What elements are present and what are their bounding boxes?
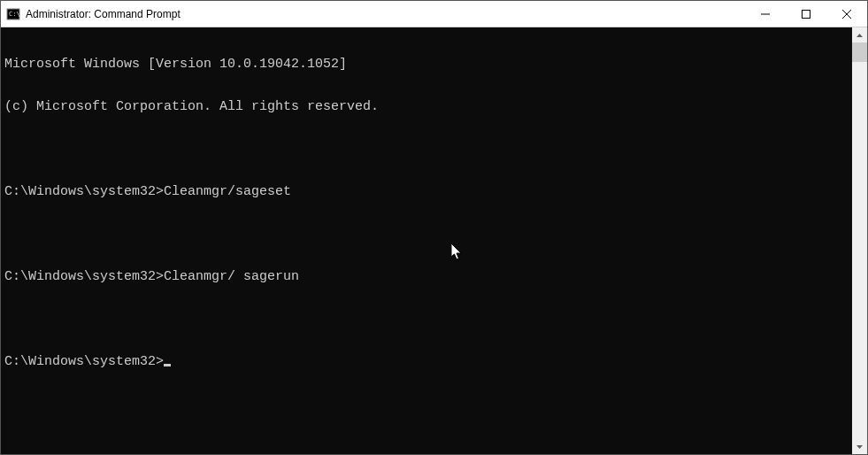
svg-marker-7 (856, 445, 863, 449)
command-line: C:\Windows\system32>Cleanmgr/ sagerun (4, 270, 849, 284)
text-cursor (164, 364, 171, 366)
client-area: Microsoft Windows [Version 10.0.19042.10… (1, 27, 867, 454)
output-line: (c) Microsoft Corporation. All rights re… (4, 100, 849, 114)
command-prompt-window: C:\ Administrator: Command Prompt Micros… (0, 0, 868, 455)
prompt: C:\Windows\system32> (4, 354, 164, 369)
minimize-button[interactable] (745, 1, 786, 27)
scroll-up-button[interactable] (852, 27, 867, 42)
blank-line (4, 228, 849, 242)
scrollbar-track[interactable] (852, 42, 867, 439)
cmd-icon: C:\ (6, 7, 20, 21)
current-prompt-line: C:\Windows\system32> (4, 355, 849, 369)
scrollbar-thumb[interactable] (852, 42, 867, 62)
command-line: C:\Windows\system32>Cleanmgr/sageset (4, 185, 849, 199)
terminal-output[interactable]: Microsoft Windows [Version 10.0.19042.10… (1, 27, 852, 454)
close-button[interactable] (826, 1, 867, 27)
command-text: Cleanmgr/sageset (164, 184, 291, 199)
output-line: Microsoft Windows [Version 10.0.19042.10… (4, 58, 849, 72)
vertical-scrollbar[interactable] (852, 27, 867, 454)
svg-rect-3 (803, 10, 810, 18)
window-title: Administrator: Command Prompt (26, 8, 745, 20)
svg-marker-6 (856, 34, 863, 37)
svg-text:C:\: C:\ (9, 11, 20, 18)
prompt: C:\Windows\system32> (4, 184, 164, 199)
maximize-button[interactable] (786, 1, 826, 27)
scroll-down-button[interactable] (852, 439, 867, 454)
command-text: Cleanmgr/ sagerun (164, 269, 299, 284)
blank-line (4, 143, 849, 157)
window-controls (745, 1, 867, 27)
titlebar[interactable]: C:\ Administrator: Command Prompt (1, 1, 867, 27)
blank-line (4, 312, 849, 327)
prompt: C:\Windows\system32> (4, 269, 164, 284)
